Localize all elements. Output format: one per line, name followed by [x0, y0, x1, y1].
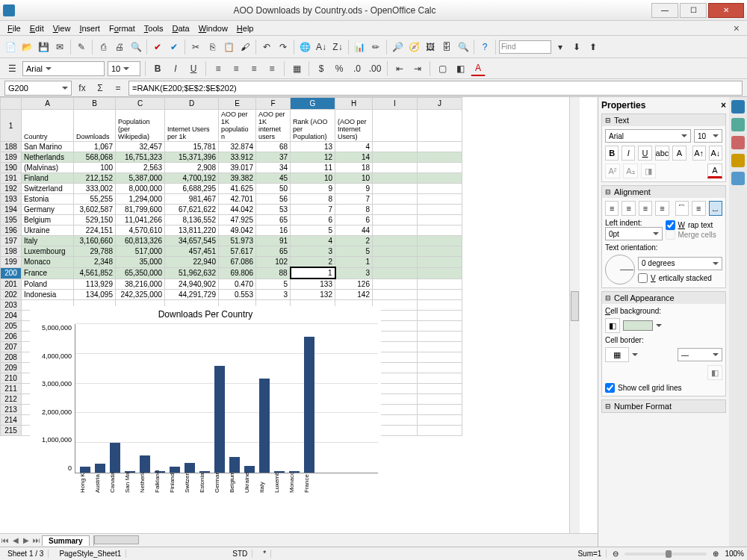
menu-format[interactable]: Format — [105, 24, 140, 33]
cell-J202[interactable] — [418, 290, 462, 300]
cell-D197[interactable]: 34,657,545 — [165, 236, 219, 246]
header-cell[interactable]: AOO per 1K populatio n — [219, 110, 256, 142]
tab-prev-icon[interactable]: ◀ — [10, 536, 21, 544]
cell-D194[interactable]: 67,621,622 — [165, 205, 219, 215]
cell-H198[interactable]: 5 — [335, 246, 373, 257]
cell-B198[interactable]: 29,788 — [74, 246, 116, 257]
cell-J210[interactable] — [418, 373, 462, 384]
cell-D200[interactable]: 51,962,632 — [165, 267, 219, 279]
cell-H190[interactable]: 18 — [335, 163, 373, 173]
col-header-F[interactable]: F — [256, 98, 291, 110]
cell-E196[interactable]: 49.042 — [219, 225, 256, 236]
equals-icon[interactable]: = — [111, 81, 125, 96]
chart-downloads-per-country[interactable]: Downloads Per Country 5,000,0004,000,000… — [30, 306, 381, 508]
cell-J207[interactable] — [418, 342, 462, 352]
row-header-208[interactable]: 208 — [1, 352, 22, 363]
sb-shadow-button[interactable]: A — [672, 146, 686, 161]
cell-A197[interactable]: Italy — [22, 236, 74, 246]
cell-F194[interactable]: 53 — [256, 205, 291, 215]
row-header-199[interactable]: 199 — [1, 257, 22, 268]
sb-align-right-icon[interactable]: ≡ — [639, 201, 652, 216]
sb-align-justify-icon[interactable]: ≡ — [655, 201, 669, 216]
zoom-out-icon[interactable]: ⊖ — [613, 550, 619, 558]
cell-A193[interactable]: Estonia — [22, 194, 74, 205]
find-replace-icon[interactable]: 🔎 — [390, 40, 405, 55]
find-input[interactable]: Find — [499, 40, 551, 54]
row-header-190[interactable]: 190 — [1, 163, 22, 173]
sb-degrees-combo[interactable]: 0 degrees — [638, 257, 722, 270]
cell-F201[interactable]: 5 — [256, 279, 291, 290]
maximize-button[interactable]: ☐ — [680, 3, 707, 18]
format-paintbrush-icon[interactable]: 🖌 — [238, 40, 252, 55]
cell-C194[interactable]: 81,799,600 — [116, 205, 165, 215]
sb-valign-mid-icon[interactable]: ≡ — [692, 201, 705, 216]
header-cell[interactable]: Country — [22, 110, 74, 142]
row-header-195[interactable]: 195 — [1, 215, 22, 225]
header-cell[interactable]: Population (per Wikipedia) — [116, 110, 165, 142]
cell-F202[interactable]: 3 — [256, 290, 291, 300]
sidebar-section-text[interactable]: Text — [602, 114, 725, 126]
cell-H196[interactable]: 44 — [335, 225, 373, 236]
find-dropdown-icon[interactable]: ▾ — [553, 40, 568, 55]
tab-first-icon[interactable]: ⏮ — [0, 536, 10, 544]
font-name-combo[interactable]: Arial — [22, 61, 105, 76]
col-header-H[interactable]: H — [335, 98, 373, 110]
cell-C197[interactable]: 60,813,326 — [116, 236, 165, 246]
undo-icon[interactable]: ↶ — [259, 40, 274, 55]
row-header-1[interactable]: 1 — [1, 110, 22, 142]
row-header-211[interactable]: 211 — [1, 384, 22, 394]
cell-C199[interactable]: 35,000 — [116, 257, 165, 268]
cell-J198[interactable] — [418, 246, 462, 257]
cell-C189[interactable]: 16,751,323 — [116, 152, 165, 163]
sb-fontcolor-button[interactable]: A — [707, 164, 722, 178]
cell-I189[interactable] — [373, 152, 418, 163]
cell-J192[interactable] — [418, 184, 462, 194]
sb-grow-font-icon[interactable]: A↑ — [692, 146, 706, 161]
cell-B201[interactable]: 113,929 — [74, 279, 116, 290]
row-header-212[interactable]: 212 — [1, 394, 22, 405]
sum-icon[interactable]: Σ — [93, 81, 108, 96]
row-header-215[interactable]: 215 — [1, 426, 22, 436]
cell-I196[interactable] — [373, 225, 418, 236]
merge-cells-icon[interactable]: ▦ — [289, 61, 304, 76]
row-header-209[interactable]: 209 — [1, 363, 22, 373]
row-header-191[interactable]: 191 — [1, 173, 22, 184]
italic-button[interactable]: I — [168, 61, 183, 76]
cell-B190[interactable]: 100 — [74, 163, 116, 173]
cell-C198[interactable]: 517,000 — [116, 246, 165, 257]
col-header-E[interactable]: E — [219, 98, 256, 110]
fontcolor-icon[interactable]: A — [471, 61, 486, 76]
cell-F199[interactable]: 102 — [256, 257, 291, 268]
cell-D192[interactable]: 6,688,295 — [165, 184, 219, 194]
cell-J213[interactable] — [418, 405, 462, 415]
spreadsheet-grid[interactable]: ABCDEFGHIJ1CountryDownloadsPopulation (p… — [0, 97, 598, 533]
cell-A190[interactable]: (Malvinas) — [22, 163, 74, 173]
cell-B195[interactable]: 529,150 — [74, 215, 116, 225]
sb-border-preset-button[interactable]: ▦ — [605, 347, 629, 362]
cell-J205[interactable] — [418, 321, 462, 332]
align-center-icon[interactable]: ≡ — [229, 61, 244, 76]
cell-G202[interactable]: 132 — [291, 290, 335, 300]
sb-gridlines-checkbox[interactable]: Show cell grid lines — [605, 383, 722, 393]
row-header-202[interactable]: 202 — [1, 290, 22, 300]
cell-G188[interactable]: 13 — [291, 142, 335, 152]
row-header-207[interactable]: 207 — [1, 342, 22, 352]
find-prev-icon[interactable]: ⬆ — [586, 40, 601, 55]
menu-file[interactable]: File — [3, 24, 25, 33]
cell-D189[interactable]: 15,371,396 — [165, 152, 219, 163]
cell-J188[interactable] — [418, 142, 462, 152]
cell-G196[interactable]: 5 — [291, 225, 335, 236]
cell-D198[interactable]: 457,451 — [165, 246, 219, 257]
row-header-200[interactable]: 200 — [1, 267, 22, 279]
zoom-slider[interactable] — [624, 553, 707, 556]
new-icon[interactable]: 📄 — [3, 40, 18, 55]
sort-desc-icon[interactable]: Z↓ — [330, 40, 345, 55]
row-header-201[interactable]: 201 — [1, 279, 22, 290]
cell-I202[interactable] — [373, 290, 418, 300]
menu-view[interactable]: View — [49, 24, 75, 33]
row-header-193[interactable]: 193 — [1, 194, 22, 205]
cell-B200[interactable]: 4,561,852 — [74, 267, 116, 279]
cell-F198[interactable]: 65 — [256, 246, 291, 257]
status-mode[interactable]: STD — [228, 550, 252, 558]
cell-B202[interactable]: 134,095 — [74, 290, 116, 300]
